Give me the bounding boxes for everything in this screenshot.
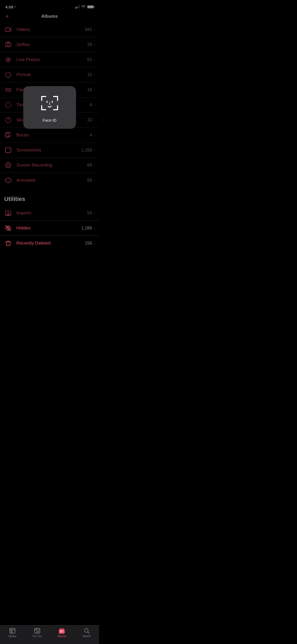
album-name: Hidden xyxy=(16,226,81,231)
album-count: 1,286 xyxy=(81,226,92,231)
list-item[interactable]: Hidden 1,286 › xyxy=(0,221,99,236)
list-item[interactable]: Recently Deleted 156 › xyxy=(0,236,99,251)
face-id-label: Face ID xyxy=(43,118,56,122)
album-name: Recently Deleted xyxy=(16,241,85,246)
album-count: 156 xyxy=(85,241,92,246)
chevron-right-icon: › xyxy=(93,241,95,245)
svg-line-17 xyxy=(6,226,11,231)
hidden-icon xyxy=(4,224,12,232)
face-id-overlay: Face ID xyxy=(0,0,99,215)
trash-icon xyxy=(4,239,12,247)
face-id-modal: Face ID xyxy=(23,86,76,129)
chevron-right-icon: › xyxy=(93,226,95,230)
face-id-icon xyxy=(39,93,60,114)
